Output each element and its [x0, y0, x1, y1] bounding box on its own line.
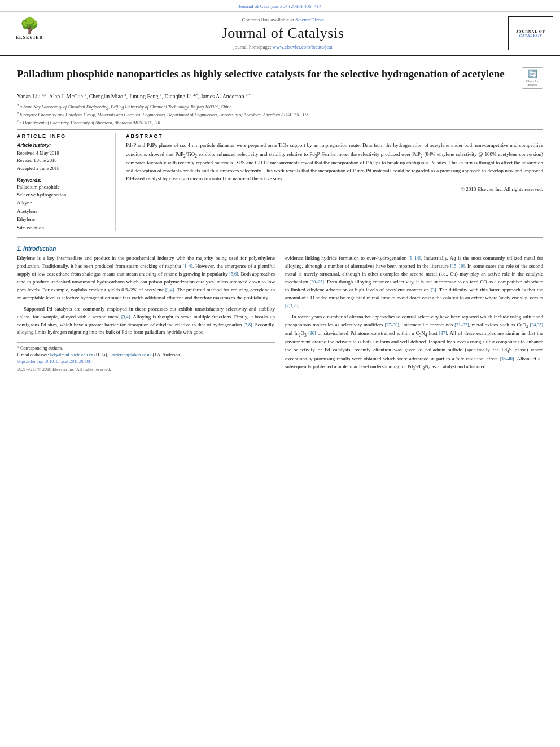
check-updates-badge[interactable]: 🔄 Check for updates [522, 67, 543, 89]
elsevier-tree-icon: 🌳 [20, 18, 40, 34]
intro-para-2: Supported Pd catalysts are commonly empl… [17, 305, 275, 337]
ref-38-40: [38–40] [500, 356, 514, 361]
journal-center: Contents lists available at ScienceDirec… [58, 17, 508, 50]
body-left-col: Ethylene is a key intermediate and produ… [17, 255, 275, 375]
elsevier-wordmark: ELSEVIER [16, 35, 43, 40]
right-para-2: In recent years a number of alternative … [285, 313, 543, 372]
sciencedirect-line: Contents lists available at ScienceDirec… [58, 17, 508, 23]
article-area: Palladium phosphide nanoparticles as hig… [0, 56, 560, 381]
article-info-title: ARTICLE INFO [17, 133, 111, 139]
copyright-line: © 2018 Elsevier Inc. All rights reserved… [126, 186, 543, 192]
body-right-col: evidence linking hydride formation to ov… [285, 255, 543, 375]
doi-link[interactable]: https://doi.org/10.1016/j.jcat.2018.06.0… [17, 359, 92, 364]
ref-5-6: [5,6] [229, 272, 238, 277]
section-1-heading: 1. Introduction [17, 246, 543, 252]
authors-line: Yanan Liu a,b, Alan J. McCue c, Chenglin… [17, 92, 543, 101]
ref-9-14: [9–14] [409, 256, 421, 261]
article-title: Palladium phosphide nanoparticles as hig… [17, 67, 516, 81]
sciencedirect-link[interactable]: ScienceDirect [295, 17, 323, 23]
corresponding-label: * Corresponding authors. [17, 345, 275, 352]
ref-3: [3] [431, 287, 436, 292]
issn-line: 0021-9517/© 2018 Elsevier Inc. All right… [17, 366, 275, 373]
ref-37: [37] [439, 331, 447, 336]
abstract-text: Pd3P and PdP2 phases of ca. 4 nm particl… [126, 142, 543, 183]
check-updates-icon: 🔄 [528, 69, 537, 79]
email2[interactable]: j.anderson@abdn.ac.uk [109, 352, 151, 357]
ref-2-3-26: [2,3,26] [285, 303, 299, 308]
affiliations: a a State Key Laboratory of Chemical Eng… [17, 103, 543, 126]
doi-line: https://doi.org/10.1016/j.jcat.2018.06.0… [17, 359, 275, 365]
body-section: 1. Introduction Ethylene is a key interm… [17, 246, 543, 381]
article-dates: Article history: Received 4 May 2018 Rev… [17, 142, 111, 172]
title-row: Palladium phosphide nanoparticles as hig… [17, 67, 543, 89]
ref-27-30: [27–30] [385, 322, 399, 327]
article-info: ARTICLE INFO Article history: Received 4… [17, 133, 116, 231]
affil-b: b b Surface Chemistry and Catalysis Grou… [17, 111, 543, 119]
elsevier-logo: 🌳 ELSEVIER [7, 18, 58, 49]
keyword-6: Site-isolation [17, 224, 111, 231]
keyword-4: Acetylene [17, 207, 111, 215]
abstract-title: ABSTRACT [126, 133, 543, 139]
keywords-label: Keywords: [17, 177, 111, 183]
homepage-url[interactable]: www.elsevier.com/locate/jcat [273, 44, 333, 50]
email1[interactable]: lidq@mail.bucte.edu.cn [50, 352, 93, 357]
citation-text: Journal of Catalysis 364 (2018) 406–414 [238, 3, 321, 9]
ref-31-33: [31–33] [454, 322, 469, 327]
right-para-1: evidence linking hydride formation to ov… [285, 255, 543, 310]
journal-citation: Journal of Catalysis 364 (2018) 406–414 [0, 0, 560, 12]
journal-header: 🌳 ELSEVIER Contents lists available at S… [0, 12, 560, 56]
keyword-3: Alkyne [17, 199, 111, 207]
divider-1 [17, 129, 543, 130]
keyword-5: Ethylene [17, 215, 111, 223]
homepage-line: journal homepage: www.elsevier.com/locat… [58, 44, 508, 50]
intro-para-1: Ethylene is a key intermediate and produ… [17, 255, 275, 302]
info-abstract-section: ARTICLE INFO Article history: Received 4… [17, 133, 543, 231]
journal-logo-box: JOURNAL OF CATALYSIS [508, 16, 553, 50]
email-line: E-mail addresses: lidq@mail.bucte.edu.cn… [17, 352, 275, 359]
ref-36: [36] [308, 331, 316, 336]
abstract-section: ABSTRACT Pd3P and PdP2 phases of ca. 4 n… [126, 133, 543, 231]
ref-1-4b: [1,4] [165, 287, 174, 292]
divider-2 [17, 237, 543, 238]
affil-a: a a State Key Laboratory of Chemical Eng… [17, 103, 543, 111]
ref-20-25: [20–25] [310, 279, 324, 285]
ref-15-19: [15–19] [450, 264, 465, 269]
revised-date: Revised 1 June 2018 [17, 157, 111, 165]
journal-name: Journal of Catalysis [58, 25, 508, 42]
keyword-1: Palladium phosphide [17, 183, 111, 191]
accepted-date: Accepted 2 June 2018 [17, 165, 111, 173]
ref-7-8: [7,8] [243, 322, 252, 327]
keywords-section: Keywords: Palladium phosphide Selective … [17, 177, 111, 231]
body-columns: Ethylene is a key intermediate and produ… [17, 255, 543, 375]
ref-1-4: [1–4] [183, 264, 193, 269]
keyword-2: Selective hydrogenation [17, 191, 111, 199]
footnote-area: * Corresponding authors. E-mail addresse… [17, 342, 275, 373]
ref-34-35: [34,35] [530, 322, 543, 327]
ref-3-4: [3,4] [121, 314, 130, 320]
affil-c: c c Department of Chemistry, University … [17, 119, 543, 126]
received-date: Received 4 May 2018 [17, 150, 111, 158]
